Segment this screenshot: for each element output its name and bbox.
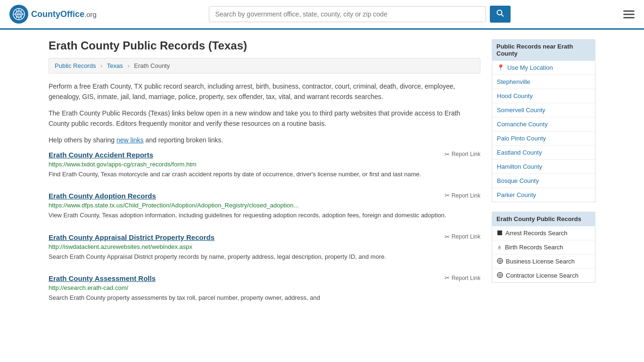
breadcrumb-texas[interactable]: Texas	[107, 62, 123, 69]
sidebar-nearby-item: Hood County	[492, 89, 595, 103]
logo-icon	[9, 5, 28, 24]
record-header: Erath County Accident Reports ✂ Report L…	[49, 151, 480, 159]
record-entry: Erath County Appraisal District Property…	[49, 233, 480, 263]
sidebar-nearby-label: Eastland County	[497, 149, 542, 156]
location-pin-icon: 📍	[497, 64, 504, 71]
record-header: Erath County Adoption Records ✂ Report L…	[49, 192, 480, 200]
report-link[interactable]: ✂ Report Link	[445, 274, 480, 281]
svg-rect-6	[497, 230, 502, 235]
sidebar-nearby-link[interactable]: 📍Use My Location	[492, 61, 595, 74]
sidebar-record-label: Business License Search	[506, 258, 575, 265]
sidebar-nearby-item: Bosque County	[492, 174, 595, 188]
record-desc: Find Erath County, Texas motorcycle and …	[49, 170, 480, 179]
sidebar-record-link[interactable]: Arrest Records Search	[492, 226, 595, 240]
sidebar-nearby-label: Hood County	[497, 92, 533, 99]
report-link[interactable]: ✂ Report Link	[445, 233, 480, 240]
sidebar-nearby-label: Palo Pinto County	[497, 135, 546, 142]
sidebar-nearby-item: 📍Use My Location	[492, 61, 595, 75]
sidebar-nearby-label: Parker County	[497, 191, 536, 198]
sidebar-record-item: Contractor License Search	[492, 269, 595, 282]
record-url[interactable]: http://esearch.erath-cad.com/	[49, 284, 480, 291]
sidebar-nearby-item: Eastland County	[492, 146, 595, 160]
sidebar-record-link[interactable]: Contractor License Search	[492, 269, 595, 282]
sidebar-nearby-link[interactable]: Parker County	[492, 188, 595, 202]
sidebar-nearby-label: Use My Location	[507, 64, 553, 71]
record-header: Erath County Appraisal District Property…	[49, 233, 480, 241]
sidebar-nearby-item: Comanche County	[492, 117, 595, 132]
record-title-link[interactable]: Erath County Appraisal District Property…	[49, 233, 215, 241]
sidebar-nearby-label: Somervell County	[497, 107, 545, 114]
sidebar-record-item: Arrest Records Search	[492, 226, 595, 240]
contractor-icon	[497, 272, 503, 279]
sidebar-nearby-label: Bosque County	[497, 177, 539, 184]
nearby-section-title: Public Records near Erath County	[492, 39, 595, 61]
search-button[interactable]	[490, 6, 511, 23]
search-area	[209, 6, 511, 23]
sidebar: Public Records near Erath County 📍Use My…	[492, 39, 595, 316]
sidebar-nearby-link[interactable]: Hamilton County	[492, 160, 595, 173]
new-links-link[interactable]: new links	[116, 136, 144, 144]
sidebar-record-link[interactable]: Business License Search	[492, 255, 595, 268]
svg-point-4	[497, 10, 502, 15]
report-link-label: Report Link	[452, 151, 480, 157]
record-desc: Search Erath County Appraisal District p…	[49, 252, 480, 262]
record-title-link[interactable]: Erath County Adoption Records	[49, 192, 156, 200]
search-input[interactable]	[209, 6, 486, 22]
record-desc: View Erath County, Texas adoption inform…	[49, 211, 480, 220]
records-list: Arrest Records Search🕯Birth Records Sear…	[492, 226, 595, 283]
sidebar-nearby-link[interactable]: Palo Pinto County	[492, 132, 595, 145]
sidebar-nearby-item: Parker County	[492, 188, 595, 202]
content-area: Erath County Public Records (Texas) Publ…	[49, 39, 480, 316]
record-entry: Erath County Assessment Rolls ✂ Report L…	[49, 274, 480, 304]
intro-paragraph-3: Help others by sharing new links and rep…	[49, 135, 480, 145]
sidebar-nearby-item: Somervell County	[492, 103, 595, 117]
sidebar-nearby-link[interactable]: Eastland County	[492, 146, 595, 159]
sidebar-record-item: 🕯Birth Records Search	[492, 240, 595, 255]
report-icon: ✂	[445, 192, 450, 199]
sidebar-nearby-link[interactable]: Bosque County	[492, 174, 595, 188]
records-section-title: Erath County Public Records	[492, 212, 595, 226]
breadcrumb: Public Records › Texas › Erath County	[49, 58, 480, 74]
sidebar-nearby-link[interactable]: Hood County	[492, 89, 595, 103]
birth-icon: 🕯	[497, 245, 502, 250]
report-link-label: Report Link	[452, 275, 480, 281]
sidebar-record-link[interactable]: 🕯Birth Records Search	[492, 240, 595, 254]
intro-paragraph-1: Perform a free Erath County, TX public r…	[49, 81, 480, 102]
report-link[interactable]: ✂ Report Link	[445, 151, 480, 158]
record-url[interactable]: https://www.txdot.gov/apps-cg/crash_reco…	[49, 161, 480, 168]
record-title-link[interactable]: Erath County Accident Reports	[49, 151, 153, 159]
report-icon: ✂	[445, 233, 450, 240]
nearby-section: Public Records near Erath County 📍Use My…	[492, 39, 595, 202]
page-title: Erath County Public Records (Texas)	[49, 39, 480, 52]
breadcrumb-public-records[interactable]: Public Records	[55, 62, 96, 69]
arrest-icon	[497, 230, 503, 237]
logo-area: CountyOffice.org	[9, 5, 97, 24]
hamburger-menu-button[interactable]	[623, 10, 635, 18]
sidebar-nearby-label: Comanche County	[497, 121, 548, 128]
main-container: Erath County Public Records (Texas) Publ…	[39, 30, 605, 325]
intro-paragraph-2: The Erath County Public Records (Texas) …	[49, 108, 480, 129]
breadcrumb-erath-county: Erath County	[134, 62, 170, 69]
sidebar-nearby-item: Hamilton County	[492, 160, 595, 174]
records-section: Erath County Public Records Arrest Recor…	[492, 212, 595, 283]
records-container: Erath County Accident Reports ✂ Report L…	[49, 151, 480, 304]
svg-line-5	[502, 15, 504, 17]
record-url[interactable]: https://www.dfps.state.tx.us/Child_Prote…	[49, 202, 480, 209]
sidebar-nearby-label: Stephenville	[497, 78, 530, 85]
record-title-link[interactable]: Erath County Assessment Rolls	[49, 274, 156, 282]
sidebar-nearby-item: Palo Pinto County	[492, 132, 595, 146]
header: CountyOffice.org	[0, 0, 644, 30]
sidebar-nearby-link[interactable]: Comanche County	[492, 117, 595, 131]
sidebar-nearby-link[interactable]: Stephenville	[492, 75, 595, 89]
sidebar-record-label: Birth Records Search	[505, 244, 563, 251]
nearby-list: 📍Use My LocationStephenvilleHood CountyS…	[492, 61, 595, 202]
record-url[interactable]: http://iswdataclient.azurewebsites.net/w…	[49, 243, 480, 250]
record-desc: Search Erath County property assessments…	[49, 293, 480, 303]
sidebar-record-item: Business License Search	[492, 255, 595, 269]
sidebar-nearby-label: Hamilton County	[497, 163, 542, 170]
record-entry: Erath County Accident Reports ✂ Report L…	[49, 151, 480, 181]
report-link[interactable]: ✂ Report Link	[445, 192, 480, 199]
report-icon: ✂	[445, 274, 450, 281]
report-icon: ✂	[445, 151, 450, 158]
sidebar-nearby-link[interactable]: Somervell County	[492, 103, 595, 117]
